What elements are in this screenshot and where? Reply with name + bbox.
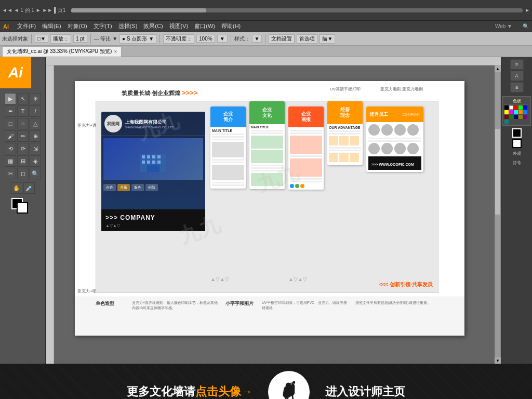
swatch-blue[interactable]	[523, 105, 527, 110]
swatch-olive[interactable]	[518, 115, 523, 119]
polygon-tool[interactable]: △	[30, 118, 41, 129]
panel-card-5-en: COMPANY	[402, 113, 420, 116]
blob-brush-tool[interactable]: ⊕	[30, 130, 41, 142]
svg-rect-2	[147, 155, 150, 158]
placeholder-line	[251, 167, 283, 169]
swatch-green[interactable]	[518, 105, 523, 110]
stroke-swatch[interactable]	[17, 202, 28, 214]
svg-rect-4	[157, 155, 161, 158]
gradient-tool[interactable]: ▦	[5, 155, 16, 167]
color-panel[interactable]: 色板	[502, 96, 531, 126]
svg-rect-6	[147, 161, 150, 164]
toolbar-preferences[interactable]: 首选项	[297, 34, 317, 44]
scroll-thumb[interactable]	[495, 129, 500, 215]
scroll-right[interactable]: ►	[525, 7, 530, 13]
fill-stroke-area	[11, 198, 34, 216]
swatch-ltblue[interactable]	[523, 110, 527, 114]
blend-tool[interactable]: ◈	[30, 155, 41, 167]
swatch-teal[interactable]	[504, 119, 509, 124]
swatch-purple[interactable]	[523, 115, 527, 119]
rotate-tool[interactable]: ⟲	[5, 143, 16, 154]
scroll-down[interactable]: ▼	[495, 357, 501, 364]
zoom-tool[interactable]: 🔍	[30, 168, 41, 179]
separator-2	[90, 34, 91, 44]
swatch-orange[interactable]	[518, 110, 523, 114]
menu-file[interactable]: 文件(F)	[17, 22, 36, 30]
svg-rect-9	[147, 165, 159, 172]
menu-window[interactable]: 窗口(W)	[194, 22, 215, 30]
toolbar-select-box[interactable]: □▼	[35, 35, 48, 43]
toolbar-shape[interactable]: ● S 点圆形 ▼	[119, 34, 156, 44]
eyedropper-tool[interactable]: 💉	[23, 182, 35, 194]
magic-wand-tool[interactable]: ✳	[30, 93, 41, 104]
pencil-tool[interactable]: ✏	[17, 130, 29, 142]
tab-close-btn[interactable]: ×	[114, 49, 117, 55]
pen-tool[interactable]: ✒	[5, 105, 16, 117]
scroll-track[interactable]	[495, 72, 500, 357]
swatch-dkred[interactable]	[504, 115, 509, 119]
swatch-magenta[interactable]	[509, 110, 513, 114]
toolbar-style-box[interactable]: ▼	[252, 35, 262, 43]
scroll-controls[interactable]: ◄◄ ◄ 1 的 1 ► ►► ▌页1	[2, 7, 66, 14]
vertical-scrollbar[interactable]: ▲ ▼	[495, 65, 501, 364]
right-tool-3[interactable]: a	[510, 82, 524, 92]
mesh-tool[interactable]: ⊞	[17, 155, 29, 167]
placeholder-line	[329, 147, 361, 149]
chevron-row: ▲▽▲▽	[105, 223, 201, 228]
scroll-up[interactable]: ▲	[495, 65, 501, 72]
search-icon[interactable]: 🔍	[523, 23, 529, 29]
right-tool-2[interactable]: A	[510, 71, 524, 81]
img-4a	[329, 136, 338, 145]
reflect-tool[interactable]: ⟳	[17, 143, 29, 154]
menu-effect[interactable]: 效果(C)	[143, 22, 163, 30]
menu-object[interactable]: 对象(O)	[68, 22, 87, 30]
bottom-note-detail-1: 亚克力+喜弄板雕刻，输入颜色印刷工艺，标题及其他内容均可采立体雕字印感。	[132, 300, 220, 332]
menu-help[interactable]: 帮助(H)	[221, 22, 241, 30]
panel-card-5: 优秀员工 COMPANY	[366, 107, 423, 172]
toolbar-pt[interactable]: 1 pt	[73, 35, 87, 43]
tag-winwin: 共赢	[117, 184, 130, 191]
separator-1	[31, 34, 32, 44]
separator-4	[231, 34, 231, 44]
swatch-dkblue[interactable]	[514, 115, 518, 119]
canvas-scroll-area[interactable]: 九九 九九 九九 筑质量长城·创企业辉煌 >>>> 亚克力雕刻 亚克力雕刻	[54, 65, 495, 364]
paintbrush-tool[interactable]: 🖌	[5, 130, 16, 142]
company-name-cn: 上海我图网有限公司	[125, 119, 174, 126]
toolbar-opacity-value[interactable]: 100%	[196, 35, 215, 43]
line-tool[interactable]: /	[30, 105, 41, 117]
menu-select[interactable]: 选择(S)	[118, 22, 138, 30]
swatch-white[interactable]	[509, 105, 513, 110]
stroke-box[interactable]	[512, 139, 522, 148]
rect-tool[interactable]: □	[5, 118, 16, 129]
emp-photo-1	[368, 124, 380, 136]
text-tool[interactable]: T	[17, 105, 29, 117]
arrow-sep-2: ▲▽▲▽	[288, 276, 307, 282]
swatch-grid	[504, 105, 529, 124]
toolbar-misc[interactable]: 描▼	[320, 34, 335, 44]
bottom-promo-band[interactable]: 更多文化墙请点击头像→ 进入设计师主页	[0, 364, 532, 399]
menu-text[interactable]: 文字(T)	[94, 22, 112, 30]
toolbar-doc-settings[interactable]: 文档设置	[269, 34, 295, 44]
panel-card-2-title: 企业文化	[262, 107, 272, 118]
hand-tool[interactable]: ✋	[11, 182, 22, 194]
swatch-red[interactable]	[514, 105, 518, 110]
direct-select-tool[interactable]: ↖	[17, 93, 29, 104]
fill-box[interactable]	[512, 128, 522, 138]
panel-main-title-1: MAIN TITLE	[212, 129, 244, 132]
promo-horse-circle[interactable]	[268, 371, 310, 399]
scissors-tool[interactable]: ✂	[5, 168, 16, 179]
select-tool[interactable]: ▶	[5, 93, 16, 104]
right-tool-1[interactable]: ≡	[510, 59, 524, 70]
swatch-black[interactable]	[504, 105, 509, 110]
menu-view[interactable]: 视图(V)	[169, 22, 189, 30]
toolbar-opacity-arrow[interactable]: ▼	[217, 35, 228, 43]
toolbar-mode[interactable]: 播放：	[50, 34, 71, 44]
swatch-dkgreen[interactable]	[509, 115, 513, 119]
eraser-tool[interactable]: ◻	[17, 168, 29, 179]
swatch-cyan[interactable]	[514, 110, 518, 114]
active-tab[interactable]: 文化墙89_cc.ai @ 33.33% (CMYK/GPU 预览) ×	[2, 46, 122, 57]
menu-edit[interactable]: 编辑(E)	[42, 22, 61, 30]
ellipse-tool[interactable]: ○	[17, 118, 29, 129]
swatch-yellow[interactable]	[504, 110, 509, 114]
scale-tool[interactable]: ⇲	[30, 143, 41, 154]
